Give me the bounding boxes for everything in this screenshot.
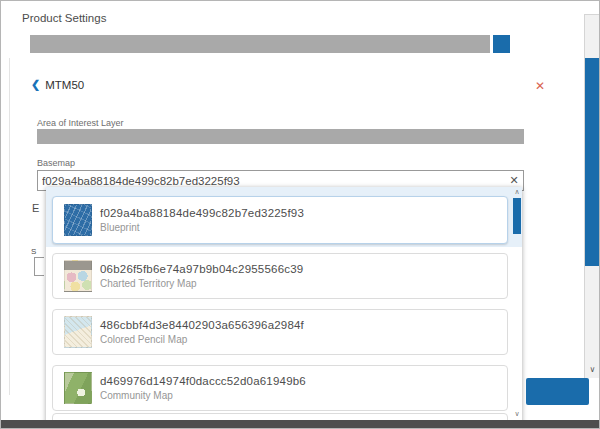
charted-territory-thumbnail bbox=[64, 260, 92, 292]
option-name: Community Map bbox=[100, 390, 306, 401]
chevron-left-icon: ❮ bbox=[31, 78, 40, 91]
clear-input-button[interactable]: ✕ bbox=[505, 175, 523, 186]
dropdown-scroll-thumb[interactable] bbox=[513, 198, 521, 234]
page-title: Product Settings bbox=[22, 12, 106, 24]
small-blue-button[interactable] bbox=[493, 35, 510, 53]
close-icon: ✕ bbox=[535, 79, 545, 93]
basemap-option-blueprint[interactable]: f029a4ba88184de499c82b7ed3225f93 Bluepri… bbox=[52, 196, 508, 244]
back-button[interactable]: ❮ MTM50 bbox=[31, 78, 84, 91]
scroll-up-icon: ∧ bbox=[514, 188, 519, 195]
page-scroll-down-button[interactable]: ∨ bbox=[585, 365, 600, 374]
option-text: 486cbbf4d3e84402903a656396a2984f Colored… bbox=[100, 319, 304, 345]
option-id: f029a4ba88184de499c82b7ed3225f93 bbox=[100, 207, 304, 219]
option-id: 06b26f5fb6e74a97b9b04c2955566c39 bbox=[100, 263, 303, 275]
window-bottom-bar bbox=[1, 420, 600, 428]
back-label: MTM50 bbox=[45, 79, 84, 91]
dropdown-scroll-down-button[interactable]: ∨ bbox=[512, 409, 522, 419]
occluded-label-e: E bbox=[32, 202, 39, 214]
option-text: 06b26f5fb6e74a97b9b04c2955566c39 Charted… bbox=[100, 263, 303, 289]
occluded-label-s: S bbox=[31, 247, 36, 256]
occluded-checkbox bbox=[34, 257, 44, 276]
clear-icon: ✕ bbox=[509, 174, 518, 186]
basemap-input[interactable] bbox=[38, 175, 505, 187]
area-of-interest-label: Area of Interest Layer bbox=[37, 118, 124, 128]
close-button[interactable]: ✕ bbox=[533, 76, 547, 95]
option-text: d469976d14974f0daccc52d0a61949b6 Communi… bbox=[100, 375, 306, 401]
page-scroll-thumb[interactable] bbox=[585, 58, 600, 266]
basemap-option-charted-territory[interactable]: 06b26f5fb6e74a97b9b04c2955566c39 Charted… bbox=[52, 253, 508, 299]
basemap-option-community[interactable]: d469976d14974f0daccc52d0a61949b6 Communi… bbox=[52, 365, 508, 411]
option-id: d469976d14974f0daccc52d0a61949b6 bbox=[100, 375, 306, 387]
submit-button[interactable] bbox=[526, 378, 589, 405]
basemap-option-colored-pencil[interactable]: 486cbbf4d3e84402903a656396a2984f Colored… bbox=[52, 309, 508, 355]
option-name: Colored Pencil Map bbox=[100, 334, 304, 345]
panel-left-border bbox=[9, 58, 10, 395]
basemap-dropdown: f029a4ba88184de499c82b7ed3225f93 Bluepri… bbox=[46, 187, 522, 429]
option-name: Blueprint bbox=[100, 222, 304, 233]
basemap-label: Basemap bbox=[37, 158, 75, 168]
option-id: 486cbbf4d3e84402903a656396a2984f bbox=[100, 319, 304, 331]
scroll-down-icon: ∨ bbox=[514, 410, 519, 417]
scroll-down-icon: ∨ bbox=[590, 365, 596, 374]
redacted-input-bar[interactable] bbox=[30, 35, 490, 53]
blueprint-thumbnail bbox=[64, 204, 92, 236]
option-text: f029a4ba88184de499c82b7ed3225f93 Bluepri… bbox=[100, 207, 304, 233]
colored-pencil-thumbnail bbox=[64, 316, 92, 348]
dropdown-scroll-up-button[interactable]: ∧ bbox=[512, 187, 522, 197]
product-settings-window: Product Settings ❮ MTM50 ✕ Area of Inter… bbox=[0, 0, 600, 429]
community-thumbnail bbox=[64, 372, 92, 404]
area-of-interest-input[interactable] bbox=[37, 129, 524, 144]
option-name: Charted Territory Map bbox=[100, 278, 303, 289]
